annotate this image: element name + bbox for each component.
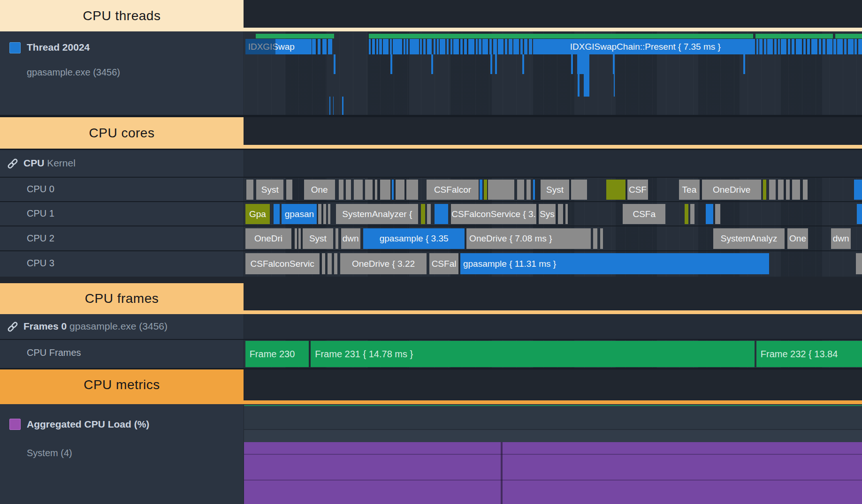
trace-mark[interactable] <box>390 54 392 74</box>
trace-mark[interactable] <box>423 39 426 54</box>
trace-mark[interactable] <box>774 39 777 54</box>
trace-bar[interactable] <box>565 204 568 224</box>
trace-bar[interactable] <box>792 180 800 200</box>
trace-mark[interactable] <box>329 97 331 115</box>
trace-bar[interactable] <box>365 180 373 200</box>
cpu-frame-bar[interactable]: Frame 231 { 14.78 ms } <box>311 341 755 367</box>
trace-mark[interactable] <box>453 39 459 54</box>
trace-bar[interactable] <box>427 204 431 224</box>
trace-mark[interactable] <box>379 39 381 54</box>
trace-mark[interactable] <box>431 54 433 74</box>
link-icon[interactable] <box>7 321 19 333</box>
trace-bar[interactable] <box>606 180 626 200</box>
trace-mark[interactable] <box>743 54 745 74</box>
trace-mark[interactable] <box>450 39 452 54</box>
trace-mark[interactable] <box>578 74 580 97</box>
trace-bar[interactable]: Syst <box>256 180 283 200</box>
trace-bar[interactable] <box>484 180 487 200</box>
trace-mark[interactable] <box>781 39 786 54</box>
trace-bar[interactable] <box>526 180 531 200</box>
trace-mark[interactable] <box>577 54 589 74</box>
trace-mark[interactable] <box>811 39 817 54</box>
trace-mark[interactable] <box>256 34 334 38</box>
trace-bar[interactable] <box>323 204 327 224</box>
trace-mark[interactable] <box>522 54 524 74</box>
trace-bar[interactable]: CSF <box>627 180 648 200</box>
trace-mark[interactable] <box>318 39 321 54</box>
trace-bar[interactable]: Syst <box>541 180 569 200</box>
trace-bar[interactable]: gpasan <box>282 204 317 224</box>
frames-header-track[interactable] <box>244 314 862 340</box>
trace-bar[interactable] <box>488 180 514 200</box>
trace-bar[interactable]: Tea <box>679 180 699 200</box>
thread-track-background[interactable]: IDXGISwapIDXGISwapChain::Present { 7.35 … <box>244 31 862 115</box>
trace-mark[interactable] <box>482 39 488 54</box>
trace-bar[interactable] <box>571 180 587 200</box>
trace-mark[interactable] <box>312 39 316 54</box>
trace-bar[interactable] <box>763 180 766 200</box>
trace-bar[interactable] <box>298 228 301 249</box>
trace-mark[interactable] <box>342 97 343 115</box>
trace-bar[interactable]: One <box>787 228 809 249</box>
cpu-frame-bar[interactable]: Frame 232 { 13.84 <box>756 341 862 367</box>
trace-mark[interactable] <box>764 39 766 54</box>
core-track-cpu-3[interactable]: CSFalconServicOneDrive { 3.22CSFalgpasam… <box>244 251 862 277</box>
trace-mark[interactable] <box>505 39 507 54</box>
trace-bar[interactable] <box>435 204 448 224</box>
trace-mark[interactable] <box>479 39 481 54</box>
trace-bar[interactable]: OneDrive { 3.22 <box>340 253 426 274</box>
trace-bar[interactable] <box>856 253 862 274</box>
trace-mark[interactable] <box>369 39 371 54</box>
trace-mark[interactable] <box>434 39 435 54</box>
trace-mark[interactable] <box>513 39 519 54</box>
trace-mark[interactable] <box>788 39 790 54</box>
trace-bar[interactable]: dwn <box>341 228 360 249</box>
trace-bar[interactable] <box>769 180 775 200</box>
cpu-frames-track[interactable]: Frame 230Frame 231 { 14.78 ms }Frame 232… <box>244 340 862 368</box>
link-icon[interactable] <box>7 158 19 170</box>
trace-bar[interactable] <box>318 204 321 224</box>
trace-bar[interactable] <box>600 228 603 249</box>
trace-mark[interactable] <box>334 54 336 74</box>
trace-bar[interactable] <box>274 204 280 224</box>
trace-mark[interactable] <box>827 39 832 54</box>
thread-legend-checkbox[interactable] <box>9 42 21 53</box>
trace-bar[interactable] <box>715 204 721 224</box>
trace-bar[interactable]: Gpa <box>245 204 270 224</box>
trace-bar[interactable]: dwn <box>831 228 851 249</box>
trace-mark[interactable] <box>823 39 826 54</box>
trace-bar[interactable] <box>406 180 418 200</box>
trace-mark[interactable] <box>440 39 445 54</box>
trace-bar[interactable] <box>685 204 688 224</box>
trace-bar[interactable] <box>392 180 394 200</box>
trace-bar[interactable] <box>339 180 344 200</box>
trace-bar[interactable]: IDXGISwapChain::Present { 7.35 ms } <box>536 39 755 54</box>
trace-bar[interactable]: CSFal <box>429 253 458 274</box>
trace-mark[interactable] <box>406 39 408 54</box>
trace-bar[interactable] <box>854 180 862 200</box>
trace-bar[interactable]: CSFalconServic <box>245 253 320 274</box>
trace-mark[interactable] <box>533 39 535 54</box>
trace-mark[interactable] <box>854 39 857 54</box>
trace-bar[interactable]: Syst <box>303 228 333 249</box>
trace-mark[interactable] <box>464 39 467 54</box>
trace-mark[interactable] <box>759 39 763 54</box>
trace-bar[interactable] <box>336 228 339 249</box>
trace-mark[interactable] <box>613 54 615 74</box>
trace-mark[interactable] <box>383 39 389 54</box>
trace-mark[interactable] <box>524 39 528 54</box>
trace-mark[interactable] <box>489 39 492 54</box>
trace-mark[interactable] <box>584 74 589 97</box>
trace-mark[interactable] <box>390 39 392 54</box>
trace-bar[interactable] <box>380 180 390 200</box>
trace-mark[interactable] <box>792 39 795 54</box>
trace-mark[interactable] <box>571 54 573 74</box>
trace-mark[interactable] <box>498 39 503 54</box>
trace-bar[interactable] <box>593 228 597 249</box>
trace-bar[interactable]: OneDrive <box>702 180 761 200</box>
trace-bar[interactable]: OneDrive { 7.08 ms } <box>466 228 591 249</box>
trace-bar[interactable] <box>286 180 292 200</box>
trace-mark[interactable] <box>755 34 833 38</box>
trace-bar[interactable] <box>857 204 862 224</box>
trace-mark[interactable] <box>333 97 334 115</box>
